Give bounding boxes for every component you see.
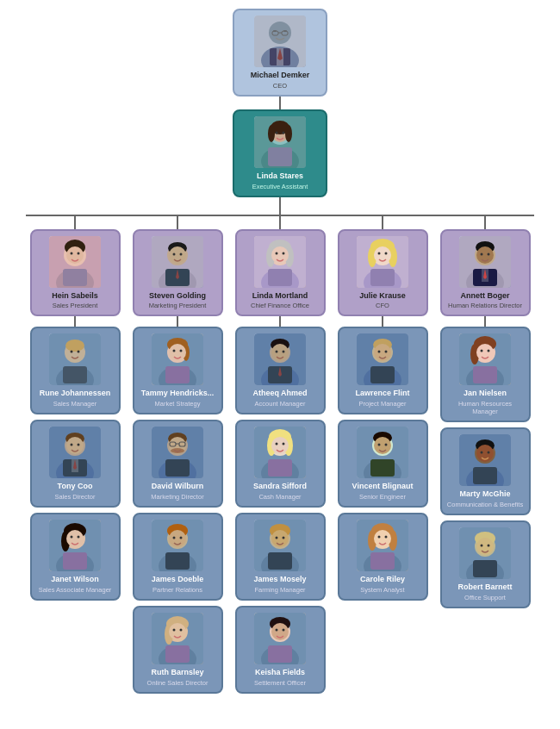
mgr5-3-title: Office Support bbox=[464, 594, 506, 601]
svg-rect-151 bbox=[370, 269, 395, 286]
svg-point-164 bbox=[378, 351, 381, 353]
vp1-title: Sales President bbox=[53, 302, 98, 309]
mgr-node-5-3[interactable]: Robert Barnett Office Support bbox=[440, 520, 531, 608]
svg-point-192 bbox=[488, 252, 490, 255]
mgr4-3-photo bbox=[357, 520, 408, 571]
mgr1-2-name: Tony Coo bbox=[58, 482, 93, 491]
mgr1-2-title: Sales Director bbox=[54, 493, 95, 501]
vp1-bottom-connector bbox=[74, 316, 76, 327]
ceo-section: Michael Demker CEO bbox=[233, 9, 327, 215]
svg-point-27 bbox=[71, 252, 73, 254]
svg-rect-208 bbox=[473, 467, 497, 484]
mgr-node-5-2[interactable]: Marty McGhie Communication & Benefits bbox=[440, 427, 531, 515]
mgr-node-2-3[interactable]: James Doeble Partner Relations bbox=[133, 513, 223, 601]
svg-point-101 bbox=[180, 628, 183, 631]
ea-title: Executive Assistant bbox=[252, 183, 308, 190]
mgr3-3-photo bbox=[254, 520, 306, 571]
vp5-top-connector bbox=[484, 216, 486, 229]
svg-point-55 bbox=[78, 535, 80, 538]
svg-rect-216 bbox=[473, 560, 497, 577]
mgr2-1-photo bbox=[152, 333, 203, 385]
svg-rect-88 bbox=[165, 552, 190, 570]
vp-col-1: Hein Sabeils Sales President bbox=[26, 216, 125, 694]
mgr1-1-title: Sales Manager bbox=[53, 400, 96, 408]
vp-node-4[interactable]: Julie Krause CFO bbox=[338, 229, 428, 317]
ea-node[interactable]: Linda Stares Executive Assistant bbox=[233, 109, 327, 197]
mgr-node-3-1[interactable]: Atheeq Ahmed Account Manager bbox=[235, 327, 326, 414]
svg-rect-174 bbox=[372, 459, 393, 472]
mgr-node-1-1[interactable]: Rune Johannessen Sales Manager bbox=[30, 327, 121, 414]
vp-node-1[interactable]: Hein Sabeils Sales President bbox=[30, 229, 121, 317]
ceo-name: Michael Demker bbox=[251, 71, 310, 80]
svg-point-17 bbox=[268, 125, 275, 142]
svg-point-111 bbox=[283, 252, 285, 254]
vp4-title: CFO bbox=[376, 302, 389, 309]
vp-col-5: Annett Boger Human Relations Director bbox=[436, 216, 535, 694]
svg-rect-50 bbox=[63, 552, 87, 570]
mgr-node-3-2[interactable]: Sandra Sifford Cash Manager bbox=[235, 420, 326, 508]
vp-node-5[interactable]: Annett Boger Human Relations Director bbox=[440, 229, 531, 317]
vp-node-2[interactable]: Steven Golding Marketing President bbox=[133, 229, 223, 317]
mgr5-3-photo bbox=[459, 527, 511, 579]
vp-col-3: Linda Mortland Chief Finance Office bbox=[231, 216, 330, 694]
mgr4-2-name: Vincent Blignaut bbox=[352, 482, 414, 491]
svg-point-172 bbox=[378, 444, 381, 446]
mgr1-3-photo bbox=[49, 520, 101, 571]
mgr-node-5-1[interactable]: Jan Nielsen Human Resources Manager bbox=[440, 327, 531, 422]
svg-rect-161 bbox=[370, 366, 395, 383]
mgr2-3-photo bbox=[152, 520, 203, 571]
svg-point-191 bbox=[481, 252, 483, 255]
mgr2-2-title: Marketing Director bbox=[151, 493, 203, 501]
mgr4-1-name: Lawrence Flint bbox=[355, 389, 409, 398]
svg-point-33 bbox=[65, 340, 84, 352]
svg-point-43 bbox=[78, 444, 80, 446]
vp-col-4: Julie Krause CFO bbox=[333, 216, 432, 694]
mgr3-2-name: Sandra Sifford bbox=[253, 482, 307, 491]
ceo-node[interactable]: Michael Demker CEO bbox=[233, 9, 327, 97]
svg-point-173 bbox=[385, 444, 388, 446]
vp3-name: Linda Mortland bbox=[252, 291, 308, 301]
mgr-node-3-3[interactable]: James Mosely Farming Manager bbox=[235, 513, 326, 601]
svg-rect-96 bbox=[165, 645, 190, 663]
svg-point-118 bbox=[276, 351, 278, 353]
vp4-photo bbox=[357, 236, 408, 288]
svg-point-211 bbox=[481, 452, 483, 454]
vp-node-3[interactable]: Linda Mortland Chief Finance Office bbox=[235, 229, 326, 317]
mgr5-1-name: Jan Nielsen bbox=[464, 389, 507, 398]
mgr-node-1-3[interactable]: Janet Wilson Sales Associate Manager bbox=[30, 513, 121, 601]
mgr-node-4-3[interactable]: Carole Riley System Analyst bbox=[338, 513, 428, 601]
mgr2-4-name: Ruth Barnsley bbox=[151, 668, 203, 677]
mgr-node-1-2[interactable]: Tony Coo Sales Director bbox=[30, 420, 121, 508]
mgr1-2-photo bbox=[49, 427, 101, 478]
vp2-bottom-connector bbox=[177, 316, 178, 327]
svg-point-119 bbox=[283, 351, 285, 353]
svg-point-204 bbox=[488, 350, 490, 352]
mgr4-3-name: Carole Riley bbox=[360, 575, 405, 584]
mgr2-2-photo bbox=[152, 427, 203, 478]
mgr3-1-name: Atheeq Ahmed bbox=[252, 389, 307, 398]
mgr-node-4-1[interactable]: Lawrence Flint Project Manager bbox=[338, 327, 428, 414]
svg-rect-135 bbox=[268, 552, 292, 570]
svg-point-92 bbox=[180, 536, 183, 539]
mgr-node-2-1[interactable]: Tammy Hendricks... Market Strategy bbox=[133, 327, 223, 414]
svg-point-74 bbox=[180, 350, 183, 352]
mgr-node-3-4[interactable]: Keisha Fields Settlement Officer bbox=[235, 606, 326, 694]
vp4-name: Julie Krause bbox=[359, 291, 406, 301]
mgr4-2-title: Senior Engineer bbox=[359, 493, 406, 501]
svg-point-100 bbox=[173, 628, 176, 631]
mgr5-1-photo bbox=[459, 333, 511, 385]
mgr-node-2-2[interactable]: David Wilburn Marketing Director bbox=[133, 420, 223, 508]
vp1-top-connector bbox=[74, 216, 76, 229]
svg-point-184 bbox=[385, 535, 388, 538]
mgr2-3-name: James Doeble bbox=[152, 575, 204, 584]
svg-rect-178 bbox=[370, 552, 395, 570]
mgr-node-4-2[interactable]: Vincent Blignaut Senior Engineer bbox=[338, 420, 428, 508]
svg-point-84 bbox=[171, 448, 184, 453]
svg-rect-78 bbox=[165, 459, 190, 477]
svg-point-156 bbox=[378, 252, 381, 254]
vp2-name: Steven Golding bbox=[149, 291, 206, 301]
mgr-node-2-4[interactable]: Ruth Barnsley Online Sales Director bbox=[133, 606, 223, 694]
mgr5-3-name: Robert Barnett bbox=[457, 583, 512, 592]
ceo-ea-connector bbox=[279, 97, 281, 109]
svg-point-34 bbox=[71, 351, 73, 353]
